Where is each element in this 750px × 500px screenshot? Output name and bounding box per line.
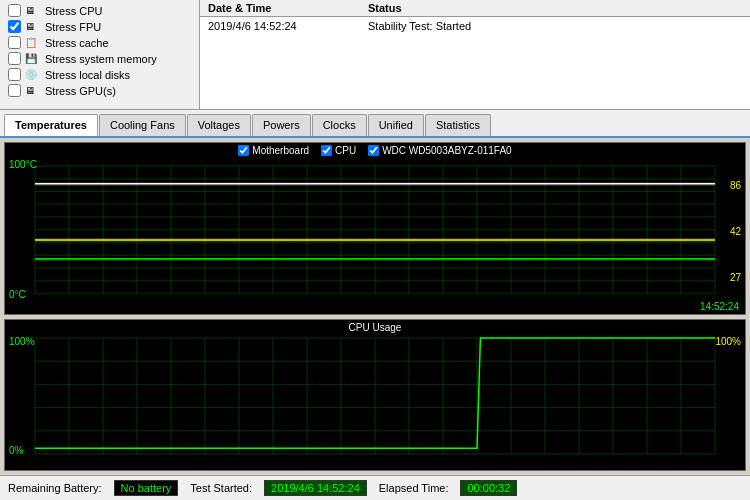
temp-x-time: 14:52:24 — [700, 301, 739, 312]
legend-cpu-checkbox[interactable] — [321, 145, 332, 156]
stress-cache-label: Stress cache — [45, 37, 109, 49]
temp-y-max: 100°C — [9, 159, 37, 170]
tab-clocks[interactable]: Clocks — [312, 114, 367, 136]
temp-values-right: 86 42 27 — [730, 163, 741, 300]
legend-cpu: CPU — [321, 145, 356, 156]
stress-fpu-label: Stress FPU — [45, 21, 101, 33]
log-row-0: 2019/4/6 14:52:24 Stability Test: Starte… — [200, 17, 750, 35]
fpu-icon: 🖥 — [25, 21, 41, 33]
stress-gpu-checkbox[interactable] — [8, 84, 21, 97]
log-header: Date & Time Status — [200, 0, 750, 17]
log-col-datetime: Date & Time — [208, 2, 368, 14]
temp-chart: Motherboard CPU WDC WD5003ABYZ-011FA0 10… — [4, 142, 746, 315]
legend-motherboard-label: Motherboard — [252, 145, 309, 156]
temp-val-1: 42 — [730, 226, 741, 237]
tab-voltages[interactable]: Voltages — [187, 114, 251, 136]
stress-cpu-item: 🖥 Stress CPU — [8, 4, 191, 17]
tabs-bar: Temperatures Cooling Fans Voltages Power… — [0, 110, 750, 138]
log-status-0: Stability Test: Started — [368, 20, 471, 32]
stress-cpu-checkbox[interactable] — [8, 4, 21, 17]
legend-wdc: WDC WD5003ABYZ-011FA0 — [368, 145, 512, 156]
elapsed-value: 00:00:32 — [460, 480, 517, 496]
test-started-value: 2019/4/6 14:52:24 — [264, 480, 367, 496]
stress-cpu-label: Stress CPU — [45, 5, 102, 17]
cpu-y-min: 0% — [9, 445, 23, 456]
temp-chart-legend: Motherboard CPU WDC WD5003ABYZ-011FA0 — [5, 145, 745, 156]
stress-fpu-checkbox[interactable] — [8, 20, 21, 33]
legend-motherboard: Motherboard — [238, 145, 309, 156]
main-container: 🖥 Stress CPU 🖥 Stress FPU 📋 Stress cache… — [0, 0, 750, 500]
log-col-status: Status — [368, 2, 402, 14]
legend-motherboard-checkbox[interactable] — [238, 145, 249, 156]
log-datetime-0: 2019/4/6 14:52:24 — [208, 20, 368, 32]
temp-chart-canvas — [5, 143, 745, 314]
stress-disk-label: Stress local disks — [45, 69, 130, 81]
stress-disk-checkbox[interactable] — [8, 68, 21, 81]
stress-panel: 🖥 Stress CPU 🖥 Stress FPU 📋 Stress cache… — [0, 0, 200, 109]
cpu-y-max: 100% — [9, 336, 35, 347]
stress-fpu-item: 🖥 Stress FPU — [8, 20, 191, 33]
stress-cache-item: 📋 Stress cache — [8, 36, 191, 49]
stress-gpu-label: Stress GPU(s) — [45, 85, 116, 97]
cpu-chart-canvas — [5, 320, 745, 470]
legend-wdc-label: WDC WD5003ABYZ-011FA0 — [382, 145, 512, 156]
cpu-icon: 🖥 — [25, 5, 41, 17]
stress-gpu-item: 🖥 Stress GPU(s) — [8, 84, 191, 97]
stress-memory-label: Stress system memory — [45, 53, 157, 65]
disk-icon: 💿 — [25, 69, 41, 81]
stress-disk-item: 💿 Stress local disks — [8, 68, 191, 81]
temp-val-2: 27 — [730, 272, 741, 283]
elapsed-label: Elapsed Time: — [379, 482, 449, 494]
tab-powers[interactable]: Powers — [252, 114, 311, 136]
legend-cpu-label: CPU — [335, 145, 356, 156]
tab-unified[interactable]: Unified — [368, 114, 424, 136]
battery-value: No battery — [114, 480, 179, 496]
cpu-pct-label: 100% — [715, 336, 741, 347]
stress-memory-item: 💾 Stress system memory — [8, 52, 191, 65]
test-started-label: Test Started: — [190, 482, 252, 494]
cpu-chart-title: CPU Usage — [5, 322, 745, 333]
status-bar: Remaining Battery: No battery Test Start… — [0, 475, 750, 500]
cache-icon: 📋 — [25, 37, 41, 49]
legend-wdc-checkbox[interactable] — [368, 145, 379, 156]
top-section: 🖥 Stress CPU 🖥 Stress FPU 📋 Stress cache… — [0, 0, 750, 110]
temp-y-min: 0°C — [9, 289, 26, 300]
battery-label: Remaining Battery: — [8, 482, 102, 494]
tab-statistics[interactable]: Statistics — [425, 114, 491, 136]
stress-memory-checkbox[interactable] — [8, 52, 21, 65]
log-panel: Date & Time Status 2019/4/6 14:52:24 Sta… — [200, 0, 750, 109]
memory-icon: 💾 — [25, 53, 41, 65]
charts-area: Motherboard CPU WDC WD5003ABYZ-011FA0 10… — [0, 138, 750, 475]
temp-val-0: 86 — [730, 180, 741, 191]
cpu-chart: CPU Usage 100% 0% 100% — [4, 319, 746, 471]
tab-temperatures[interactable]: Temperatures — [4, 114, 98, 136]
tab-cooling-fans[interactable]: Cooling Fans — [99, 114, 186, 136]
stress-cache-checkbox[interactable] — [8, 36, 21, 49]
gpu-icon: 🖥 — [25, 85, 41, 97]
